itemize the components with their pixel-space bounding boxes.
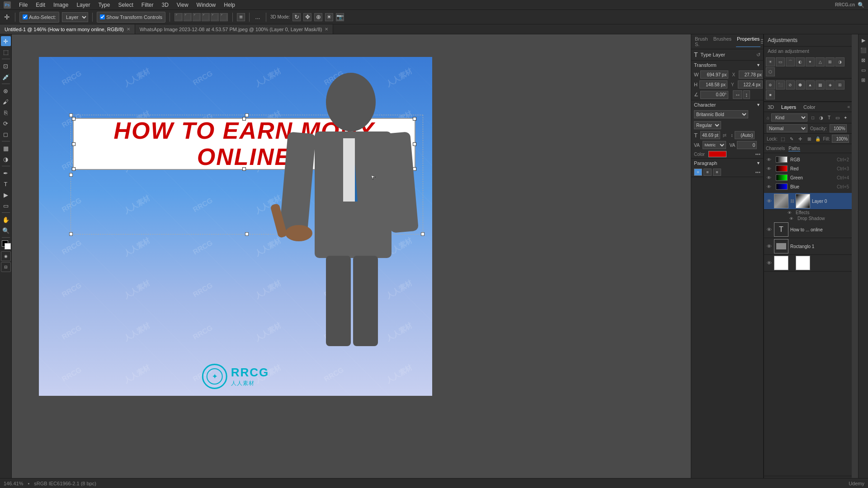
angle-input[interactable] [700,91,728,99]
height-input[interactable] [699,80,727,89]
icon-strip-btn-4[interactable]: ▭ [859,66,868,74]
auto-select-checkbox[interactable]: Auto-Select: [19,12,59,23]
shape-tool[interactable]: ▭ [1,201,11,211]
distribute-icon[interactable]: ≡ [237,13,245,21]
filter-adjust-icon[interactable]: ◑ [817,114,825,121]
selective-color-btn[interactable]: ◈ [826,80,835,89]
layer-rect-eye[interactable]: 👁 [766,244,772,249]
properties-tab[interactable]: Properties [736,36,760,47]
screen-mode-btn[interactable]: ⊟ [1,262,11,272]
hue-saturation-btn[interactable]: △ [816,57,825,66]
pattern-btn[interactable]: ⊞ [835,80,844,89]
auto-select-dropdown[interactable]: Layer [62,12,88,22]
eyedropper-tool[interactable]: 💉 [1,72,11,82]
handle-top-left[interactable] [72,117,75,121]
handle-bottom-middle[interactable] [242,167,246,171]
width-input[interactable] [700,70,728,79]
zoom-tool[interactable]: 🔍 [1,225,11,235]
levels-btn[interactable]: ▭ [776,57,785,66]
green-eye-icon[interactable]: 👁 [767,175,773,180]
solid-color-btn[interactable]: ■ [766,90,775,99]
move-tool[interactable]: ✛ [1,36,11,46]
spot-heal-tool[interactable]: ⊛ [1,86,11,96]
lock-transparent-btn[interactable]: ⬚ [779,135,786,142]
align-left-btn[interactable]: ≡ [694,169,702,176]
drop-shadow-eye[interactable]: 👁 [789,216,796,221]
menu-view[interactable]: View [175,2,190,8]
layer-item-rect[interactable]: 👁 Roctanglo 1 [764,238,852,255]
filter-shape-icon[interactable]: ▭ [834,114,841,121]
background-color[interactable] [5,243,11,249]
icon-strip-btn-2[interactable]: ⬛ [859,46,868,54]
threshold-btn[interactable]: ▲ [806,80,815,89]
handle-top-middle[interactable] [242,117,246,121]
font-size-input[interactable] [700,131,720,139]
3d-camera-icon[interactable]: 📷 [336,13,344,21]
layer-text-eye[interactable]: 👁 [766,227,772,232]
paragraph-more-btn[interactable]: ••• [755,169,760,175]
canvas-area[interactable]: RRCG 人人素材 RRCG 人人素材 RRCG 人人素材 RRCG 人人素材 … [12,34,691,488]
quick-mask-btn[interactable]: ◉ [1,251,11,261]
icon-strip-btn-1[interactable]: ▶ [859,36,868,44]
flip-horizontal-icon[interactable]: ↔ [733,90,742,99]
hand-tool[interactable]: ✋ [1,215,11,225]
3d-light-icon[interactable]: ☀ [325,13,333,21]
dodge-tool[interactable]: ◑ [1,154,11,164]
search-icon[interactable]: 🔍 [858,2,864,8]
layer-item-text[interactable]: 👁 T How to ... online [764,221,852,238]
3d-zoom-icon[interactable]: ⊕ [314,13,322,21]
fill-input[interactable] [832,135,849,143]
curves-btn[interactable]: ⌒ [786,57,795,66]
invert-btn[interactable]: ⊘ [786,80,795,89]
tracking-value-input[interactable] [737,141,757,149]
pen-tool[interactable]: ✒ [1,168,11,178]
red-channel[interactable]: 👁 Red Ctrl+3 [764,164,852,173]
layer-item-0[interactable]: 👁 ⛓ Layer 0 [764,193,852,210]
brushes-tab[interactable]: Brushes [712,36,732,47]
channels-tab[interactable]: Channels [766,146,785,151]
reset-transform-btn[interactable]: ↺ [756,52,760,58]
brightness-contrast-btn[interactable]: ☀ [766,57,775,66]
type-tool[interactable]: T [1,179,11,189]
brush-s-tab[interactable]: Brush S. [694,36,709,47]
path-selection-tool[interactable]: ▶ [1,190,11,200]
layer-item-fill[interactable]: 👁 [764,255,852,272]
gradient-tool[interactable]: ▦ [1,143,11,153]
handle-bottom-left[interactable] [72,167,75,171]
menu-help[interactable]: Help [222,2,237,8]
icon-strip-btn-5[interactable]: ⊞ [859,76,868,84]
tab-1-close[interactable]: ✕ [127,27,130,32]
color-swatches[interactable] [1,239,11,249]
posterize-btn[interactable]: ⬢ [796,80,805,89]
menu-filter[interactable]: Filter [140,2,156,8]
flip-vertical-icon[interactable]: ↕ [743,90,750,99]
align-top-edges-icon[interactable]: ⬛ [202,13,210,21]
menu-edit[interactable]: Edit [34,2,47,8]
menu-image[interactable]: Image [52,2,70,8]
transform-header[interactable]: Transform ▼ [691,61,763,70]
color-lookup-btn[interactable]: ⬛ [776,80,785,89]
more-options-icon[interactable]: ... [254,13,262,21]
leading-input[interactable] [735,131,755,139]
effects-eye-icon[interactable]: 👁 [788,211,794,215]
3d-rotate-icon[interactable]: ↻ [292,13,301,21]
lock-artboard-btn[interactable]: ⊞ [806,135,812,142]
menu-type[interactable]: Type [96,2,112,8]
align-center-horizontal-icon[interactable]: ⬛ [184,13,192,21]
tab-1[interactable]: Untitled-1 @ 146% (How to earn mony onli… [0,24,135,34]
icon-strip-btn-3[interactable]: ⊠ [859,56,868,64]
blend-mode-select[interactable]: Normal [767,124,807,132]
photo-filter-btn[interactable]: ⬡ [766,67,775,76]
align-center-btn[interactable]: ≡ [703,169,712,176]
opacity-input[interactable] [830,124,847,132]
align-bottom-edges-icon[interactable]: ⬛ [220,13,228,21]
show-transform-btn[interactable]: Show Transform Controls [97,12,165,23]
collapse-all-icon[interactable]: « [847,104,850,109]
exposure-btn[interactable]: ◐ [796,57,805,66]
clone-tool[interactable]: ⎘ [1,108,11,117]
3d-pan-icon[interactable]: ✥ [303,13,311,21]
layers-tab[interactable]: Layers [779,104,798,110]
filter-smart-icon[interactable]: ✦ [842,114,849,121]
history-tool[interactable]: ⟳ [1,118,11,128]
layers-3d-tab[interactable]: 3D [766,104,776,110]
